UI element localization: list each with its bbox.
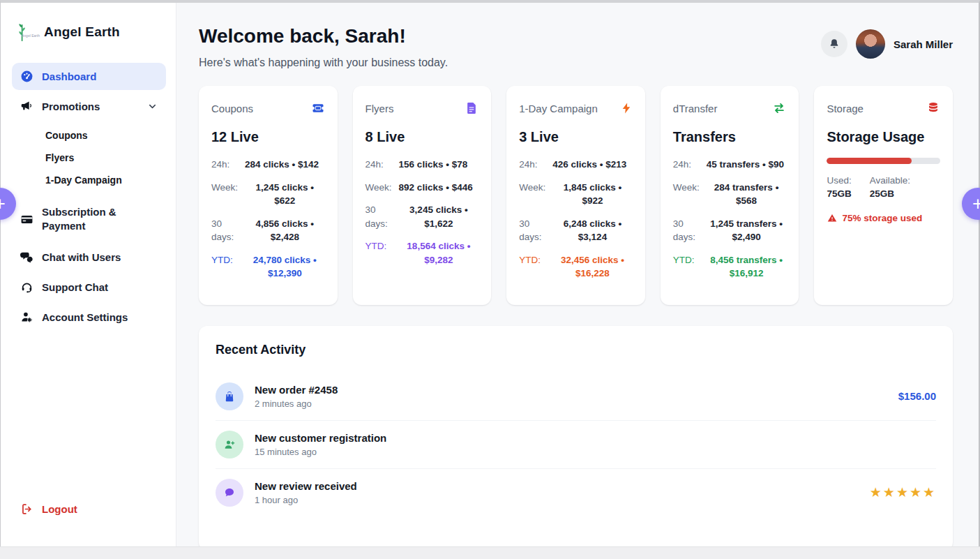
user-plus-icon — [216, 431, 243, 459]
metric-label: YTD: — [365, 239, 395, 267]
sidebar-item-label: Account Settings — [42, 311, 128, 323]
logo-micro-text: Angel Earth — [22, 33, 40, 38]
activity-amount: $156.00 — [898, 390, 936, 402]
metric-value: 3,245 clicks • $1,622 — [399, 203, 479, 230]
recent-activity-title: Recent Activity — [216, 343, 936, 357]
metric-label: 24h: — [673, 158, 702, 172]
metric-label: 30 days: — [673, 217, 702, 244]
stat-card-flyers: Flyers 8 Live 24h:156 clicks • $78 Week:… — [353, 86, 492, 305]
sidebar-item-subscription-payment[interactable]: Subscription & Payment — [12, 198, 166, 241]
card-title: Storage — [827, 103, 864, 114]
storage-available-value: 25GB — [870, 188, 910, 199]
metric-value: 156 clicks • $78 — [399, 158, 468, 172]
card-headline: 8 Live — [365, 129, 479, 145]
sidebar: Angel Earth Angel Earth Dashboard — [1, 3, 176, 546]
page-subtitle: Here's what's happening with your busine… — [199, 57, 448, 69]
metric-label: YTD: — [519, 253, 548, 281]
chat-bubble-icon — [216, 479, 243, 507]
storage-used-value: 75GB — [827, 188, 851, 199]
activity-item-new-customer[interactable]: New customer registration 15 minutes ago — [216, 420, 936, 468]
app-name: Angel Earth — [44, 24, 120, 40]
storage-progress-bar — [827, 158, 940, 164]
app-window: Angel Earth Angel Earth Dashboard — [0, 0, 980, 546]
storage-used: Used: 75GB — [827, 175, 851, 199]
sidebar-item-chat-with-users[interactable]: Chat with Users — [12, 244, 166, 271]
metric-label: Week: — [211, 181, 241, 208]
metric-label: 30 days: — [519, 217, 548, 244]
metric-value: 284 transfers • $568 — [707, 181, 787, 208]
sprout-logo-icon: Angel Earth — [15, 21, 37, 43]
metric-value: 4,856 clicks • $2,428 — [245, 217, 325, 244]
metric-value: 6,248 clicks • $3,124 — [552, 217, 633, 244]
window-bottom-strip — [0, 546, 980, 559]
activity-item-new-order[interactable]: New order #2458 2 minutes ago $156.00 — [216, 373, 936, 420]
sidebar-subitem-coupons[interactable]: Coupons — [12, 124, 166, 147]
sidebar-item-label: Dashboard — [42, 70, 96, 82]
activity-timestamp: 1 hour ago — [255, 495, 357, 505]
user-avatar[interactable] — [856, 29, 885, 59]
metric-value: 284 clicks • $142 — [245, 158, 319, 172]
sidebar-item-promotions[interactable]: Promotions — [12, 93, 166, 120]
metric-label: Week: — [365, 181, 395, 195]
card-headline: 12 Live — [211, 129, 325, 145]
stat-card-1-day-campaign: 1-Day Campaign 3 Live 24h:426 clicks • $… — [506, 86, 645, 305]
logout-icon — [20, 502, 33, 516]
metric-value: 8,456 transfers • $16,912 — [707, 253, 787, 281]
sidebar-item-support-chat[interactable]: Support Chat — [12, 274, 166, 301]
megaphone-icon — [20, 100, 33, 113]
storage-warning-text: 75% storage used — [842, 213, 922, 223]
metric-value: 18,564 clicks • $9,282 — [399, 239, 479, 267]
sidebar-item-dashboard[interactable]: Dashboard — [12, 63, 166, 90]
logout-button[interactable]: Logout — [12, 495, 166, 523]
storage-used-label: Used: — [827, 175, 851, 186]
metric-value: 1,245 transfers • $2,490 — [707, 217, 787, 244]
activity-title-text: New order #2458 — [255, 384, 338, 396]
metric-label: YTD: — [211, 253, 241, 281]
metric-value: 24,780 clicks • $12,390 — [245, 253, 325, 281]
user-gear-icon — [20, 311, 33, 324]
app-logo: Angel Earth Angel Earth — [15, 21, 165, 43]
database-icon — [926, 101, 940, 115]
sidebar-item-label: Subscription & Payment — [42, 205, 133, 234]
chevron-down-icon — [147, 101, 158, 112]
activity-item-new-review[interactable]: New review received 1 hour ago ★★★★★ — [216, 468, 936, 516]
dashboard-icon — [20, 70, 33, 83]
headset-icon — [20, 281, 33, 294]
page-header: Welcome back, Sarah! Here's what's happe… — [199, 21, 953, 69]
card-title: Flyers — [365, 103, 394, 114]
card-title: 1-Day Campaign — [519, 103, 598, 114]
metric-label: 24h: — [211, 158, 241, 172]
page-title: Welcome back, Sarah! — [199, 25, 448, 47]
metric-value: 1,245 clicks • $622 — [245, 181, 325, 208]
stat-card-dtransfer: dTransfer Transfers 24h:45 transfers • $… — [661, 86, 799, 305]
metric-value: 426 clicks • $213 — [552, 158, 626, 172]
activity-star-rating: ★★★★★ — [870, 484, 936, 500]
stat-card-coupons: Coupons 12 Live 24h:284 clicks • $142 We… — [199, 86, 338, 305]
sidebar-subitem-1-day-campaign[interactable]: 1-Day Campaign — [12, 169, 166, 191]
metric-label: 30 days: — [211, 217, 241, 244]
metric-value: 32,456 clicks • $16,228 — [552, 253, 633, 281]
metric-value: 1,845 clicks • $922 — [552, 181, 633, 208]
sidebar-item-account-settings[interactable]: Account Settings — [12, 304, 166, 331]
metric-label: YTD: — [673, 253, 702, 281]
stat-card-storage: Storage Storage Usage Used: — [814, 86, 953, 305]
chat-bubbles-icon — [20, 251, 33, 264]
storage-progress-fill — [827, 158, 912, 164]
logout-label: Logout — [42, 503, 77, 515]
card-title: dTransfer — [673, 103, 718, 114]
notifications-button[interactable] — [821, 31, 847, 57]
shopping-bag-icon — [216, 382, 243, 410]
activity-title-text: New customer registration — [255, 432, 386, 444]
stat-cards-row: Coupons 12 Live 24h:284 clicks • $142 We… — [199, 86, 953, 305]
credit-card-icon — [20, 213, 33, 226]
sidebar-subitem-flyers[interactable]: Flyers — [12, 147, 166, 169]
card-headline: Storage Usage — [827, 129, 940, 145]
metric-value: 892 clicks • $446 — [399, 181, 473, 195]
metric-label: 30 days: — [365, 203, 395, 230]
activity-timestamp: 2 minutes ago — [255, 398, 338, 409]
metric-label: 24h: — [519, 158, 548, 172]
recent-activity-panel: Recent Activity New order #2458 2 minute… — [199, 326, 953, 546]
metric-label: Week: — [673, 181, 702, 208]
promotions-submenu: Coupons Flyers 1-Day Campaign — [12, 124, 166, 191]
ticket-icon — [311, 101, 325, 115]
